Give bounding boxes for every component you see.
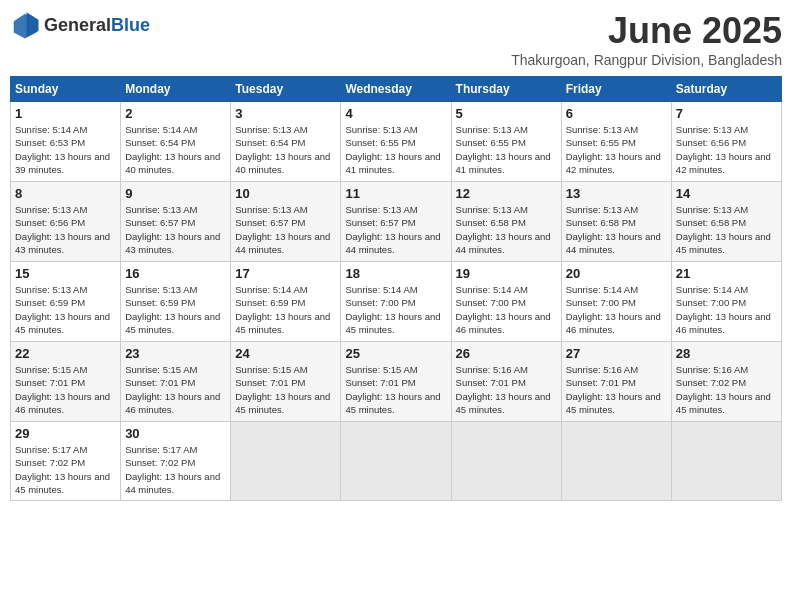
day-cell: 7 Sunrise: 5:13 AMSunset: 6:56 PMDayligh… bbox=[671, 102, 781, 182]
header-friday: Friday bbox=[561, 77, 671, 102]
day-cell: 9 Sunrise: 5:13 AMSunset: 6:57 PMDayligh… bbox=[121, 182, 231, 262]
day-cell: 4 Sunrise: 5:13 AMSunset: 6:55 PMDayligh… bbox=[341, 102, 451, 182]
day-cell: 17 Sunrise: 5:14 AMSunset: 6:59 PMDaylig… bbox=[231, 262, 341, 342]
page-header: GeneralBlue June 2025 Thakurgoan, Rangpu… bbox=[10, 10, 782, 68]
logo: GeneralBlue bbox=[10, 10, 150, 40]
header-thursday: Thursday bbox=[451, 77, 561, 102]
empty-cell bbox=[231, 422, 341, 501]
day-cell: 24 Sunrise: 5:15 AMSunset: 7:01 PMDaylig… bbox=[231, 342, 341, 422]
empty-cell bbox=[341, 422, 451, 501]
empty-cell bbox=[671, 422, 781, 501]
table-row: 29 Sunrise: 5:17 AMSunset: 7:02 PMDaylig… bbox=[11, 422, 782, 501]
table-row: 15 Sunrise: 5:13 AMSunset: 6:59 PMDaylig… bbox=[11, 262, 782, 342]
header-monday: Monday bbox=[121, 77, 231, 102]
day-cell: 11 Sunrise: 5:13 AMSunset: 6:57 PMDaylig… bbox=[341, 182, 451, 262]
day-cell: 5 Sunrise: 5:13 AMSunset: 6:55 PMDayligh… bbox=[451, 102, 561, 182]
day-cell: 25 Sunrise: 5:15 AMSunset: 7:01 PMDaylig… bbox=[341, 342, 451, 422]
header-tuesday: Tuesday bbox=[231, 77, 341, 102]
day-cell: 10 Sunrise: 5:13 AMSunset: 6:57 PMDaylig… bbox=[231, 182, 341, 262]
day-cell: 27 Sunrise: 5:16 AMSunset: 7:01 PMDaylig… bbox=[561, 342, 671, 422]
logo-icon bbox=[10, 10, 40, 40]
day-cell: 18 Sunrise: 5:14 AMSunset: 7:00 PMDaylig… bbox=[341, 262, 451, 342]
title-section: June 2025 Thakurgoan, Rangpur Division, … bbox=[511, 10, 782, 68]
day-cell: 12 Sunrise: 5:13 AMSunset: 6:58 PMDaylig… bbox=[451, 182, 561, 262]
day-cell: 28 Sunrise: 5:16 AMSunset: 7:02 PMDaylig… bbox=[671, 342, 781, 422]
day-cell: 3 Sunrise: 5:13 AMSunset: 6:54 PMDayligh… bbox=[231, 102, 341, 182]
day-cell: 14 Sunrise: 5:13 AMSunset: 6:58 PMDaylig… bbox=[671, 182, 781, 262]
day-cell: 2 Sunrise: 5:14 AMSunset: 6:54 PMDayligh… bbox=[121, 102, 231, 182]
day-cell: 20 Sunrise: 5:14 AMSunset: 7:00 PMDaylig… bbox=[561, 262, 671, 342]
day-cell: 19 Sunrise: 5:14 AMSunset: 7:00 PMDaylig… bbox=[451, 262, 561, 342]
day-cell: 23 Sunrise: 5:15 AMSunset: 7:01 PMDaylig… bbox=[121, 342, 231, 422]
location-subtitle: Thakurgoan, Rangpur Division, Bangladesh bbox=[511, 52, 782, 68]
day-cell: 26 Sunrise: 5:16 AMSunset: 7:01 PMDaylig… bbox=[451, 342, 561, 422]
month-title: June 2025 bbox=[511, 10, 782, 52]
header-saturday: Saturday bbox=[671, 77, 781, 102]
day-cell: 22 Sunrise: 5:15 AMSunset: 7:01 PMDaylig… bbox=[11, 342, 121, 422]
table-row: 1 Sunrise: 5:14 AMSunset: 6:53 PMDayligh… bbox=[11, 102, 782, 182]
day-cell: 1 Sunrise: 5:14 AMSunset: 6:53 PMDayligh… bbox=[11, 102, 121, 182]
empty-cell bbox=[451, 422, 561, 501]
header-sunday: Sunday bbox=[11, 77, 121, 102]
table-row: 8 Sunrise: 5:13 AMSunset: 6:56 PMDayligh… bbox=[11, 182, 782, 262]
day-cell: 30 Sunrise: 5:17 AMSunset: 7:02 PMDaylig… bbox=[121, 422, 231, 501]
table-row: 22 Sunrise: 5:15 AMSunset: 7:01 PMDaylig… bbox=[11, 342, 782, 422]
empty-cell bbox=[561, 422, 671, 501]
day-cell: 13 Sunrise: 5:13 AMSunset: 6:58 PMDaylig… bbox=[561, 182, 671, 262]
day-cell: 8 Sunrise: 5:13 AMSunset: 6:56 PMDayligh… bbox=[11, 182, 121, 262]
day-cell: 15 Sunrise: 5:13 AMSunset: 6:59 PMDaylig… bbox=[11, 262, 121, 342]
calendar-table: Sunday Monday Tuesday Wednesday Thursday… bbox=[10, 76, 782, 501]
header-row: Sunday Monday Tuesday Wednesday Thursday… bbox=[11, 77, 782, 102]
day-cell: 16 Sunrise: 5:13 AMSunset: 6:59 PMDaylig… bbox=[121, 262, 231, 342]
day-cell: 21 Sunrise: 5:14 AMSunset: 7:00 PMDaylig… bbox=[671, 262, 781, 342]
logo-blue: Blue bbox=[111, 15, 150, 35]
logo-general: General bbox=[44, 15, 111, 35]
svg-marker-1 bbox=[27, 12, 39, 37]
day-cell: 29 Sunrise: 5:17 AMSunset: 7:02 PMDaylig… bbox=[11, 422, 121, 501]
header-wednesday: Wednesday bbox=[341, 77, 451, 102]
day-cell: 6 Sunrise: 5:13 AMSunset: 6:55 PMDayligh… bbox=[561, 102, 671, 182]
